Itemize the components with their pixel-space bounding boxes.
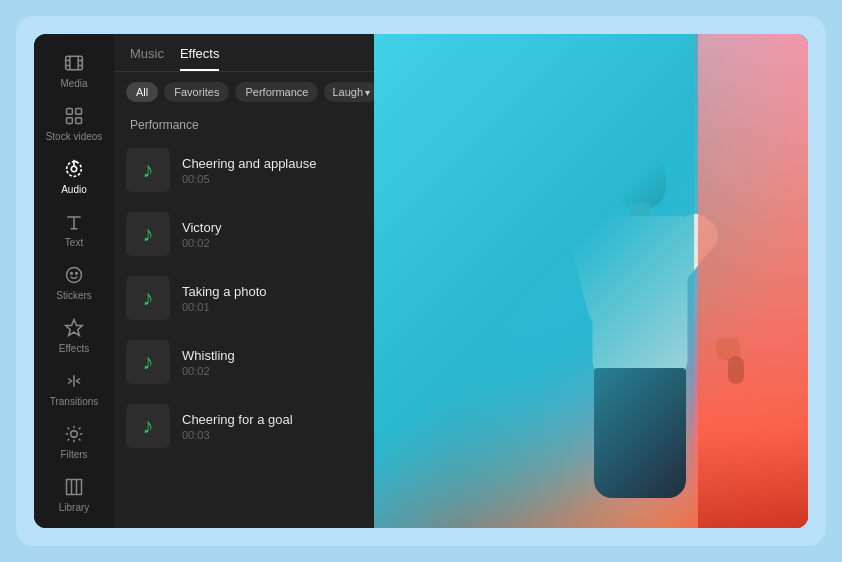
- sidebar-item-stock-videos[interactable]: Stock videos: [34, 97, 114, 150]
- effects-icon: [63, 317, 85, 339]
- outer-frame: Media Stock videos: [16, 16, 826, 546]
- music-note-icon-5: ♪: [143, 413, 154, 439]
- film-icon: [63, 52, 85, 74]
- music-note-icon-4: ♪: [143, 349, 154, 375]
- audio-info-1: Cheering and applause 00:05: [182, 156, 316, 185]
- music-note-icon-3: ♪: [143, 285, 154, 311]
- music-note-icon-2: ♪: [143, 221, 154, 247]
- panel-tabs: Music Effects: [114, 34, 374, 72]
- audio-name-2: Victory: [182, 220, 222, 235]
- sidebar-label-stock-videos: Stock videos: [46, 131, 103, 142]
- sidebar-item-library[interactable]: Library: [34, 468, 114, 521]
- tab-music[interactable]: Music: [130, 46, 164, 71]
- audio-thumb-2: ♪: [126, 212, 170, 256]
- grid-icon: [63, 105, 85, 127]
- preview-right-strip: [698, 34, 808, 528]
- svg-rect-4: [76, 118, 82, 124]
- sidebar-label-media: Media: [60, 78, 87, 89]
- filter-more-label: Laugh: [332, 86, 363, 98]
- audio-name-1: Cheering and applause: [182, 156, 316, 171]
- sidebar-label-transitions: Transitions: [50, 396, 99, 407]
- sidebar-label-text: Text: [65, 237, 83, 248]
- audio-duration-1: 00:05: [182, 173, 316, 185]
- sidebar: Media Stock videos: [34, 34, 114, 528]
- audio-duration-3: 00:01: [182, 301, 267, 313]
- filter-performance-button[interactable]: Performance: [235, 82, 318, 102]
- audio-name-4: Whistling: [182, 348, 235, 363]
- audio-item-5[interactable]: ♪ Cheering for a goal 00:03: [114, 394, 374, 458]
- sidebar-item-stickers[interactable]: Stickers: [34, 256, 114, 309]
- sidebar-item-transitions[interactable]: Transitions: [34, 362, 114, 415]
- sidebar-item-filters[interactable]: Filters: [34, 415, 114, 468]
- person-head: [614, 148, 666, 208]
- audio-item-3[interactable]: ♪ Taking a photo 00:01: [114, 266, 374, 330]
- filters-icon: [63, 423, 85, 445]
- svg-marker-10: [66, 320, 83, 336]
- audio-item-4[interactable]: ♪ Whistling 00:02: [114, 330, 374, 394]
- audio-list: ♪ Cheering and applause 00:05 ♪ Victory …: [114, 138, 374, 528]
- sidebar-item-audio[interactable]: Audio: [34, 150, 114, 203]
- tab-effects[interactable]: Effects: [180, 46, 220, 71]
- audio-name-3: Taking a photo: [182, 284, 267, 299]
- audio-duration-2: 00:02: [182, 237, 222, 249]
- filter-favorites-button[interactable]: Favorites: [164, 82, 229, 102]
- sidebar-item-effects[interactable]: Effects: [34, 309, 114, 362]
- audio-info-3: Taking a photo 00:01: [182, 284, 267, 313]
- filter-bar: All Favorites Performance Laugh ▾: [114, 72, 374, 112]
- chevron-down-icon: ▾: [365, 87, 370, 98]
- audio-item-2[interactable]: ♪ Victory 00:02: [114, 202, 374, 266]
- sidebar-label-effects: Effects: [59, 343, 89, 354]
- svg-rect-2: [76, 109, 82, 115]
- audio-thumb-1: ♪: [126, 148, 170, 192]
- svg-point-12: [71, 431, 78, 438]
- text-icon: [63, 211, 85, 233]
- audio-item-1[interactable]: ♪ Cheering and applause 00:05: [114, 138, 374, 202]
- sidebar-label-stickers: Stickers: [56, 290, 92, 301]
- library-icon: [63, 476, 85, 498]
- svg-rect-3: [67, 118, 73, 124]
- audio-thumb-4: ♪: [126, 340, 170, 384]
- svg-rect-0: [66, 56, 83, 69]
- transitions-icon: [63, 370, 85, 392]
- sidebar-label-library: Library: [59, 502, 90, 513]
- person-pants: [594, 368, 686, 498]
- audio-info-4: Whistling 00:02: [182, 348, 235, 377]
- sidebar-item-text[interactable]: Text: [34, 203, 114, 256]
- sticker-icon: [63, 264, 85, 286]
- music-note-icon-1: ♪: [143, 157, 154, 183]
- section-label: Performance: [114, 112, 374, 138]
- preview-background: [374, 34, 808, 528]
- panel: Music Effects All Favorites Performance …: [114, 34, 374, 528]
- sidebar-item-media[interactable]: Media: [34, 44, 114, 97]
- sidebar-label-filters: Filters: [60, 449, 87, 460]
- audio-thumb-5: ♪: [126, 404, 170, 448]
- preview-area: [374, 34, 808, 528]
- audio-duration-5: 00:03: [182, 429, 293, 441]
- svg-point-9: [76, 273, 78, 275]
- sidebar-label-audio: Audio: [61, 184, 87, 195]
- svg-point-5: [71, 166, 77, 172]
- audio-name-5: Cheering for a goal: [182, 412, 293, 427]
- filter-more-dropdown[interactable]: Laugh ▾: [324, 82, 378, 102]
- svg-point-7: [67, 268, 82, 283]
- audio-info-2: Victory 00:02: [182, 220, 222, 249]
- audio-info-5: Cheering for a goal 00:03: [182, 412, 293, 441]
- filter-all-button[interactable]: All: [126, 82, 158, 102]
- audio-duration-4: 00:02: [182, 365, 235, 377]
- svg-rect-1: [67, 109, 73, 115]
- svg-point-8: [71, 273, 73, 275]
- audio-icon: [63, 158, 85, 180]
- app-window: Media Stock videos: [34, 34, 808, 528]
- audio-thumb-3: ♪: [126, 276, 170, 320]
